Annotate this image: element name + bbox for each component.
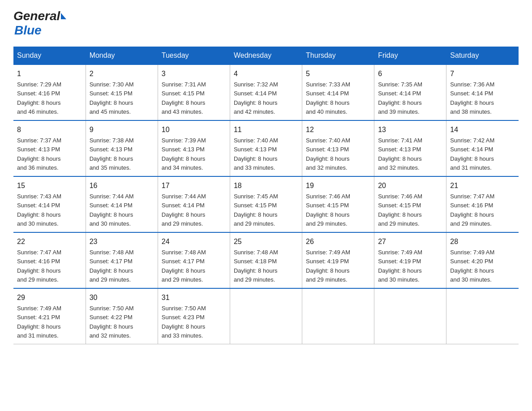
day-info: Sunrise: 7:49 AMSunset: 4:21 PMDaylight:… — [17, 305, 61, 339]
calendar-cell: 11Sunrise: 7:40 AMSunset: 4:13 PMDayligh… — [230, 120, 302, 176]
day-info: Sunrise: 7:36 AMSunset: 4:14 PMDaylight:… — [450, 81, 494, 115]
day-info: Sunrise: 7:42 AMSunset: 4:14 PMDaylight:… — [450, 137, 494, 171]
day-info: Sunrise: 7:48 AMSunset: 4:18 PMDaylight:… — [234, 249, 278, 283]
calendar-week-row: 22Sunrise: 7:47 AMSunset: 4:16 PMDayligh… — [13, 232, 519, 288]
day-number: 15 — [17, 180, 82, 191]
day-info: Sunrise: 7:49 AMSunset: 4:20 PMDaylight:… — [450, 249, 494, 283]
calendar-cell: 4Sunrise: 7:32 AMSunset: 4:14 PMDaylight… — [230, 64, 302, 120]
day-number: 17 — [162, 180, 226, 191]
calendar-cell — [302, 288, 374, 344]
day-of-week-header: Wednesday — [230, 47, 302, 65]
day-of-week-header: Monday — [86, 47, 158, 65]
day-info: Sunrise: 7:31 AMSunset: 4:15 PMDaylight:… — [162, 81, 206, 115]
day-info: Sunrise: 7:40 AMSunset: 4:13 PMDaylight:… — [234, 137, 278, 171]
day-info: Sunrise: 7:45 AMSunset: 4:15 PMDaylight:… — [234, 193, 278, 227]
day-number: 3 — [162, 68, 226, 79]
day-number: 22 — [17, 236, 82, 247]
day-number: 10 — [162, 124, 226, 135]
day-number: 27 — [378, 236, 442, 247]
calendar-cell: 2Sunrise: 7:30 AMSunset: 4:15 PMDaylight… — [86, 64, 158, 120]
day-of-week-header: Sunday — [13, 47, 86, 65]
logo-blue-text: Blue — [14, 23, 42, 38]
day-number: 29 — [17, 292, 82, 303]
day-info: Sunrise: 7:43 AMSunset: 4:14 PMDaylight:… — [17, 193, 61, 227]
day-of-week-header: Tuesday — [158, 47, 230, 65]
logo-arrow-icon — [61, 13, 66, 19]
calendar-cell: 3Sunrise: 7:31 AMSunset: 4:15 PMDaylight… — [158, 64, 230, 120]
day-info: Sunrise: 7:37 AMSunset: 4:13 PMDaylight:… — [17, 137, 61, 171]
calendar-cell: 19Sunrise: 7:46 AMSunset: 4:15 PMDayligh… — [302, 176, 374, 232]
calendar-cell — [230, 288, 302, 344]
day-number: 9 — [90, 124, 154, 135]
calendar-cell: 10Sunrise: 7:39 AMSunset: 4:13 PMDayligh… — [158, 120, 230, 176]
day-number: 18 — [234, 180, 298, 191]
calendar-cell: 6Sunrise: 7:35 AMSunset: 4:14 PMDaylight… — [374, 64, 446, 120]
day-number: 21 — [450, 180, 515, 191]
calendar-cell: 26Sunrise: 7:49 AMSunset: 4:19 PMDayligh… — [302, 232, 374, 288]
calendar-week-row: 15Sunrise: 7:43 AMSunset: 4:14 PMDayligh… — [13, 176, 519, 232]
day-number: 19 — [306, 180, 370, 191]
calendar-cell: 18Sunrise: 7:45 AMSunset: 4:15 PMDayligh… — [230, 176, 302, 232]
day-info: Sunrise: 7:46 AMSunset: 4:15 PMDaylight:… — [378, 193, 422, 227]
logo: General Blue — [13, 9, 66, 38]
day-number: 2 — [90, 68, 154, 79]
day-info: Sunrise: 7:44 AMSunset: 4:14 PMDaylight:… — [90, 193, 134, 227]
calendar-cell: 17Sunrise: 7:44 AMSunset: 4:14 PMDayligh… — [158, 176, 230, 232]
calendar-cell: 30Sunrise: 7:50 AMSunset: 4:22 PMDayligh… — [86, 288, 158, 344]
day-info: Sunrise: 7:48 AMSunset: 4:17 PMDaylight:… — [90, 249, 134, 283]
day-number: 11 — [234, 124, 298, 135]
day-number: 23 — [90, 236, 154, 247]
day-info: Sunrise: 7:33 AMSunset: 4:14 PMDaylight:… — [306, 81, 350, 115]
day-number: 8 — [17, 124, 82, 135]
calendar-table: SundayMondayTuesdayWednesdayThursdayFrid… — [13, 47, 519, 344]
calendar-cell: 23Sunrise: 7:48 AMSunset: 4:17 PMDayligh… — [86, 232, 158, 288]
day-info: Sunrise: 7:49 AMSunset: 4:19 PMDaylight:… — [306, 249, 350, 283]
day-info: Sunrise: 7:47 AMSunset: 4:16 PMDaylight:… — [450, 193, 494, 227]
day-number: 25 — [234, 236, 298, 247]
calendar-cell: 5Sunrise: 7:33 AMSunset: 4:14 PMDaylight… — [302, 64, 374, 120]
day-number: 7 — [450, 68, 515, 79]
calendar-cell: 27Sunrise: 7:49 AMSunset: 4:19 PMDayligh… — [374, 232, 446, 288]
calendar-cell: 14Sunrise: 7:42 AMSunset: 4:14 PMDayligh… — [446, 120, 519, 176]
day-number: 12 — [306, 124, 370, 135]
day-info: Sunrise: 7:46 AMSunset: 4:15 PMDaylight:… — [306, 193, 350, 227]
calendar-body: 1Sunrise: 7:29 AMSunset: 4:16 PMDaylight… — [13, 64, 519, 344]
calendar-cell: 31Sunrise: 7:50 AMSunset: 4:23 PMDayligh… — [158, 288, 230, 344]
calendar-cell: 22Sunrise: 7:47 AMSunset: 4:16 PMDayligh… — [13, 232, 86, 288]
day-number: 16 — [90, 180, 154, 191]
day-of-week-header: Thursday — [302, 47, 374, 65]
logo-general-text: General — [13, 9, 60, 23]
calendar-cell: 20Sunrise: 7:46 AMSunset: 4:15 PMDayligh… — [374, 176, 446, 232]
calendar-cell: 9Sunrise: 7:38 AMSunset: 4:13 PMDaylight… — [86, 120, 158, 176]
calendar-week-row: 1Sunrise: 7:29 AMSunset: 4:16 PMDaylight… — [13, 64, 519, 120]
day-number: 14 — [450, 124, 515, 135]
day-info: Sunrise: 7:30 AMSunset: 4:15 PMDaylight:… — [90, 81, 134, 115]
day-number: 26 — [306, 236, 370, 247]
calendar-cell: 1Sunrise: 7:29 AMSunset: 4:16 PMDaylight… — [13, 64, 86, 120]
day-number: 31 — [162, 292, 226, 303]
day-info: Sunrise: 7:41 AMSunset: 4:13 PMDaylight:… — [378, 137, 422, 171]
calendar-cell: 12Sunrise: 7:40 AMSunset: 4:13 PMDayligh… — [302, 120, 374, 176]
calendar-cell: 15Sunrise: 7:43 AMSunset: 4:14 PMDayligh… — [13, 176, 86, 232]
day-info: Sunrise: 7:50 AMSunset: 4:22 PMDaylight:… — [90, 305, 134, 339]
calendar-cell — [374, 288, 446, 344]
day-number: 20 — [378, 180, 442, 191]
calendar-cell: 21Sunrise: 7:47 AMSunset: 4:16 PMDayligh… — [446, 176, 519, 232]
day-number: 30 — [90, 292, 154, 303]
day-info: Sunrise: 7:49 AMSunset: 4:19 PMDaylight:… — [378, 249, 422, 283]
calendar-cell: 8Sunrise: 7:37 AMSunset: 4:13 PMDaylight… — [13, 120, 86, 176]
day-info: Sunrise: 7:29 AMSunset: 4:16 PMDaylight:… — [17, 81, 61, 115]
day-info: Sunrise: 7:38 AMSunset: 4:13 PMDaylight:… — [90, 137, 134, 171]
day-info: Sunrise: 7:32 AMSunset: 4:14 PMDaylight:… — [234, 81, 278, 115]
calendar-cell: 24Sunrise: 7:48 AMSunset: 4:17 PMDayligh… — [158, 232, 230, 288]
day-number: 24 — [162, 236, 226, 247]
calendar-week-row: 29Sunrise: 7:49 AMSunset: 4:21 PMDayligh… — [13, 288, 519, 344]
day-info: Sunrise: 7:50 AMSunset: 4:23 PMDaylight:… — [162, 305, 206, 339]
day-number: 4 — [234, 68, 298, 79]
day-info: Sunrise: 7:35 AMSunset: 4:14 PMDaylight:… — [378, 81, 422, 115]
calendar-cell: 16Sunrise: 7:44 AMSunset: 4:14 PMDayligh… — [86, 176, 158, 232]
day-info: Sunrise: 7:39 AMSunset: 4:13 PMDaylight:… — [162, 137, 206, 171]
day-of-week-header: Friday — [374, 47, 446, 65]
calendar-cell: 13Sunrise: 7:41 AMSunset: 4:13 PMDayligh… — [374, 120, 446, 176]
day-number: 5 — [306, 68, 370, 79]
